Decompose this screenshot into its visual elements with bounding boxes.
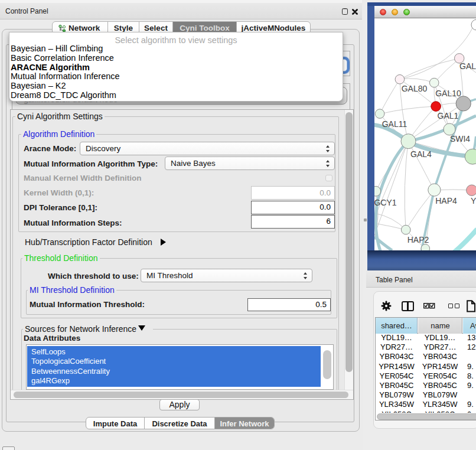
svg-text:GAL80: GAL80 [402,84,428,93]
svg-text:YEL0: YEL0 [471,196,476,206]
svg-text:HAP4: HAP4 [435,196,457,206]
svg-text:SWI4: SWI4 [450,134,470,144]
svg-text:GAL10: GAL10 [435,89,461,98]
svg-text:GAL11: GAL11 [382,119,407,129]
svg-text:GAL1: GAL1 [438,111,459,120]
svg-text:GAL4: GAL4 [410,149,432,159]
svg-text:GAL7: GAL7 [459,61,476,71]
svg-text:HAP2: HAP2 [407,235,429,244]
svg-text:GCY1: GCY1 [374,198,397,207]
